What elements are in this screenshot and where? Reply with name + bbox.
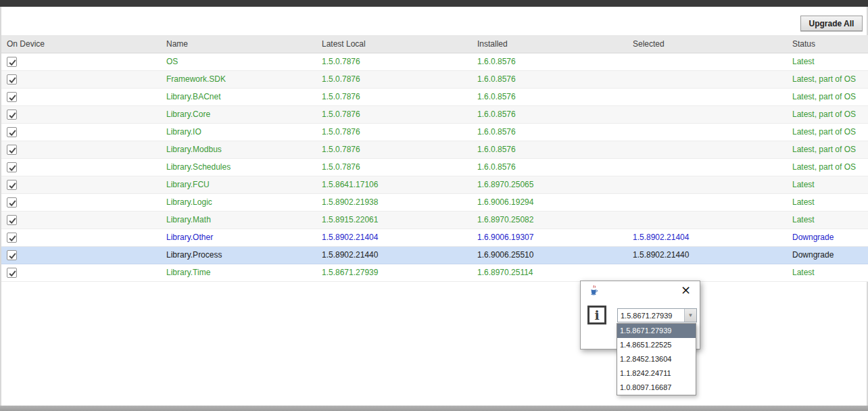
table-row[interactable]: Library.Process 1.5.8902.21440 1.6.9006.…: [1, 246, 868, 264]
check-icon: [8, 128, 17, 137]
table-row[interactable]: Library.Core 1.5.0.7876 1.6.0.8576 Lates…: [1, 105, 868, 123]
installed-version: 1.6.0.8576: [472, 105, 627, 123]
latest-local-version: 1.5.8902.21404: [316, 228, 472, 246]
dropdown-option[interactable]: 1.4.8651.22525: [617, 338, 696, 352]
installed-version: 1.6.0.8576: [472, 88, 627, 105]
status: Downgrade: [787, 228, 868, 246]
table-row[interactable]: Library.Math 1.5.8915.22061 1.6.8970.250…: [1, 211, 868, 228]
installed-version: 1.6.9006.19294: [472, 193, 627, 211]
on-device-checkbox[interactable]: [7, 197, 17, 208]
check-icon: [8, 181, 17, 190]
combobox-value: 1.5.8671.27939: [618, 312, 684, 320]
table-row[interactable]: OS 1.5.0.7876 1.6.0.8576 Latest: [1, 53, 868, 70]
latest-local-version: 1.5.8902.21440: [316, 246, 472, 264]
window-bottom-edge: [0, 406, 868, 411]
installed-version: 1.6.9006.19307: [472, 228, 627, 246]
dropdown-option[interactable]: 1.1.8242.24711: [617, 366, 696, 381]
table-row[interactable]: Library.Other 1.5.8902.21404 1.6.9006.19…: [1, 228, 868, 246]
table-row[interactable]: Library.BACnet 1.5.0.7876 1.6.0.8576 Lat…: [1, 88, 868, 105]
app-window: Upgrade All On Device Name Latest Local …: [0, 7, 868, 406]
installed-version: 1.6.8970.25114: [472, 264, 627, 281]
package-name: Library.Process: [161, 246, 316, 264]
latest-local-version: 1.5.8902.21938: [316, 193, 472, 211]
package-name: Library.FCU: [161, 176, 316, 193]
package-name: Library.Modbus: [161, 141, 316, 158]
latest-local-version: 1.5.0.7876: [316, 70, 472, 88]
on-device-checkbox[interactable]: [7, 268, 17, 278]
table-row[interactable]: Library.Modbus 1.5.0.7876 1.6.0.8576 Lat…: [1, 141, 868, 158]
selected-version: [627, 211, 787, 228]
latest-local-version: 1.5.0.7876: [316, 158, 472, 176]
on-device-checkbox[interactable]: [7, 233, 17, 243]
selected-version: 1.5.8902.21440: [627, 246, 787, 264]
column-header-status: Status: [787, 35, 868, 53]
status: Latest: [787, 53, 868, 70]
check-icon: [8, 93, 17, 102]
dropdown-option[interactable]: 1.5.8671.27939: [617, 324, 696, 338]
selected-version: [627, 88, 787, 105]
on-device-checkbox[interactable]: [7, 162, 17, 172]
selected-version: [627, 123, 787, 141]
info-icon: i: [587, 306, 606, 324]
table-row[interactable]: Library.IO 1.5.0.7876 1.6.0.8576 Latest,…: [1, 123, 868, 141]
on-device-checkbox[interactable]: [7, 127, 17, 137]
close-icon[interactable]: ×: [681, 282, 691, 298]
installed-version: 1.6.0.8576: [472, 141, 627, 158]
table-row[interactable]: Library.Time 1.5.8671.27939 1.6.8970.251…: [1, 264, 868, 281]
status: Latest: [787, 176, 868, 193]
dropdown-option[interactable]: 1.0.8097.16687: [617, 381, 696, 395]
selected-version: 1.5.8902.21404: [627, 228, 787, 246]
dropdown-option[interactable]: 1.2.8452.13604: [617, 352, 696, 366]
on-device-checkbox[interactable]: [7, 145, 17, 155]
on-device-checkbox[interactable]: [7, 215, 17, 225]
selected-version: [627, 105, 787, 123]
selected-version: [627, 70, 787, 88]
table-row[interactable]: Library.Schedules 1.5.0.7876 1.6.0.8576 …: [1, 158, 868, 176]
status: Latest, part of OS: [787, 141, 868, 158]
installed-version: 1.6.0.8576: [472, 70, 627, 88]
check-icon: [8, 111, 17, 120]
on-device-checkbox[interactable]: [7, 180, 17, 190]
column-header-selected: Selected: [627, 35, 787, 53]
table-row[interactable]: Library.Logic 1.5.8902.21938 1.6.9006.19…: [1, 193, 868, 211]
on-device-checkbox[interactable]: [7, 250, 17, 260]
package-name: Library.Schedules: [161, 158, 316, 176]
on-device-checkbox[interactable]: [7, 110, 17, 120]
version-dropdown-list: 1.5.8671.279391.4.8651.225251.2.8452.136…: [617, 323, 696, 395]
on-device-checkbox[interactable]: [7, 92, 17, 102]
selected-version: [627, 141, 787, 158]
check-icon: [8, 234, 17, 243]
packages-table: On Device Name Latest Local Installed Se…: [1, 35, 868, 282]
version-combobox[interactable]: 1.5.8671.27939 ▼: [617, 308, 697, 322]
column-header-latest-local: Latest Local: [316, 35, 472, 53]
status: Latest: [787, 193, 868, 211]
table-header-row: On Device Name Latest Local Installed Se…: [1, 35, 868, 53]
status: Latest, part of OS: [787, 70, 868, 88]
package-name: Library.Math: [161, 211, 316, 228]
status: Latest, part of OS: [787, 88, 868, 105]
package-name: Framework.SDK: [161, 70, 316, 88]
installed-version: 1.6.0.8576: [472, 123, 627, 141]
column-header-on-device: On Device: [1, 35, 161, 53]
latest-local-version: 1.5.0.7876: [316, 141, 472, 158]
table-row[interactable]: Framework.SDK 1.5.0.7876 1.6.0.8576 Late…: [1, 70, 868, 88]
chevron-down-icon[interactable]: ▼: [684, 309, 696, 322]
installed-version: 1.6.0.8576: [472, 53, 627, 70]
latest-local-version: 1.5.0.7876: [316, 88, 472, 105]
status: Latest, part of OS: [787, 123, 868, 141]
selected-version: [627, 158, 787, 176]
status: Downgrade: [787, 246, 868, 264]
latest-local-version: 1.5.8671.27939: [316, 264, 472, 281]
dialog-titlebar: ×: [581, 281, 700, 299]
on-device-checkbox[interactable]: [7, 74, 17, 84]
check-icon: [8, 251, 17, 260]
package-name: Library.Other: [161, 228, 316, 246]
on-device-checkbox[interactable]: [7, 57, 17, 67]
table-row[interactable]: Library.FCU 1.5.8641.17106 1.6.8970.2506…: [1, 176, 868, 193]
column-header-installed: Installed: [472, 35, 627, 53]
upgrade-all-button[interactable]: Upgrade All: [800, 16, 863, 31]
check-icon: [8, 164, 17, 172]
installed-version: 1.6.8970.25082: [472, 211, 627, 228]
package-name: OS: [161, 53, 316, 70]
check-icon: [8, 199, 17, 208]
